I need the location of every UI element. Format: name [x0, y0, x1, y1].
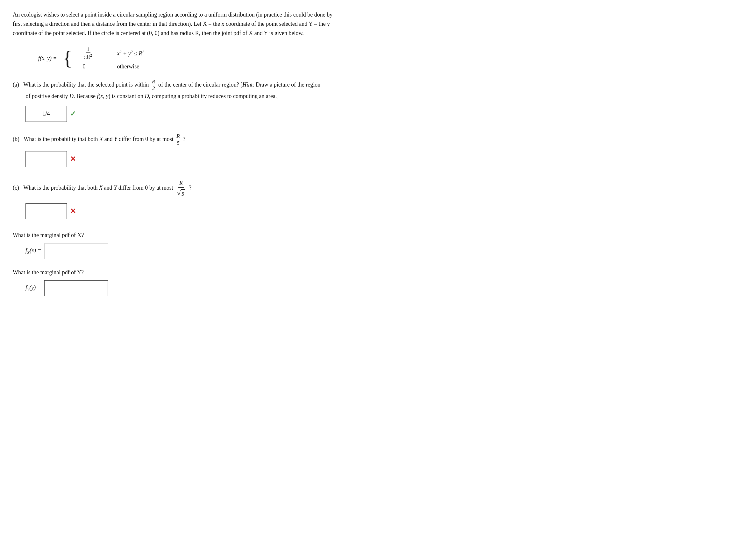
- fy-label: fY(y) =: [25, 284, 41, 292]
- r-over-sqrt5-numerator: R: [178, 179, 184, 188]
- inline-fraction-R-5: R 5: [176, 133, 180, 146]
- part-a-label: (a) What is the probability that the sel…: [13, 79, 337, 101]
- part-b: (b) What is the probability that both X …: [13, 133, 337, 167]
- piecewise-function: f(x, y) = { 1 πR2 x2 + y2 ≤ R2 0 otherwi…: [38, 46, 337, 70]
- sqrt-radicand: 5: [181, 189, 185, 198]
- part-b-label: (b) What is the probability that both X …: [13, 133, 337, 146]
- part-a-letter: (a) What is the probability that the sel…: [13, 81, 149, 88]
- part-b-question-end: ?: [183, 136, 185, 142]
- piecewise-row-2: 0 otherwise: [82, 63, 144, 70]
- part-a-answer-row: ✓: [25, 106, 337, 122]
- part-d-fy-section: What is the marginal pdf of Y? fY(y) =: [13, 268, 337, 296]
- part-a-check-icon: ✓: [70, 110, 76, 118]
- left-brace-icon: {: [63, 48, 73, 68]
- piecewise-brace: {: [63, 48, 73, 68]
- case2-value: 0: [82, 63, 108, 70]
- part-d-label: What is the marginal pdf of X?: [13, 231, 337, 240]
- sqrt-symbol-icon: √: [177, 188, 180, 198]
- part-c-question-start: (c) What is the probability that both X …: [13, 185, 173, 191]
- part-c-question-end: ?: [189, 185, 191, 191]
- part-a-hint-continued: of positive density D. Because f(x, y) i…: [13, 93, 278, 99]
- part-c: (c) What is the probability that both X …: [13, 179, 337, 219]
- part-d: What is the marginal pdf of X? fX(x) = W…: [13, 231, 337, 296]
- fraction-1-over-piR2: 1 πR2: [83, 46, 93, 60]
- part-b-input[interactable]: [25, 151, 67, 167]
- part-b-question-start: (b) What is the probability that both X …: [13, 136, 173, 142]
- piecewise-row-1: 1 πR2 x2 + y2 ≤ R2: [82, 46, 144, 60]
- part-b-x-icon: ✕: [70, 155, 76, 163]
- part-d-question: What is the marginal pdf of X?: [13, 232, 84, 238]
- case2-condition: otherwise: [117, 63, 139, 70]
- case1-condition: x2 + y2 ≤ R2: [117, 50, 144, 57]
- part-d-fy-input[interactable]: [44, 280, 108, 296]
- piecewise-cases: 1 πR2 x2 + y2 ≤ R2 0 otherwise: [82, 46, 144, 70]
- part-d-fy-row: fY(y) =: [25, 280, 337, 296]
- piecewise-label: f(x, y) =: [38, 55, 57, 62]
- intro-text: An ecologist wishes to select a point in…: [13, 11, 332, 36]
- part-c-x-icon: ✕: [70, 207, 76, 215]
- part-c-answer-row: ✕: [25, 203, 337, 219]
- inline-fraction-R-2: R 2: [151, 79, 156, 92]
- fx-label: fX(x) =: [25, 247, 41, 255]
- r-over-sqrt5-denominator: √ 5: [176, 188, 186, 198]
- part-c-label: (c) What is the probability that both X …: [13, 179, 337, 198]
- part-c-input[interactable]: [25, 203, 67, 219]
- part-a-input[interactable]: [25, 106, 67, 122]
- part-d-question2: What is the marginal pdf of Y?: [13, 269, 84, 276]
- intro-paragraph: An ecologist wishes to select a point in…: [13, 10, 337, 38]
- part-d-fx-row: fX(x) =: [25, 243, 337, 259]
- part-a: (a) What is the probability that the sel…: [13, 79, 337, 122]
- case1-value: 1 πR2: [82, 46, 108, 60]
- part-b-answer-row: ✕: [25, 151, 337, 167]
- part-d-fx-input[interactable]: [45, 243, 108, 259]
- part-a-question-end: of the center of the circular region? [H…: [158, 81, 320, 88]
- part-d-fy-label: What is the marginal pdf of Y?: [13, 268, 337, 277]
- r-over-sqrt5: R √ 5: [176, 179, 186, 198]
